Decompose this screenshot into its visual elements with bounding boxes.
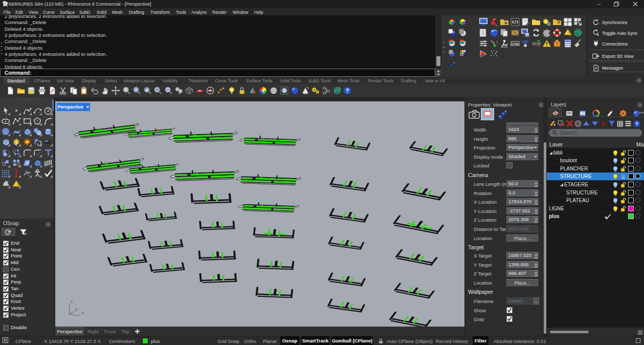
svg-text:?: ? (635, 121, 638, 126)
svg-text:z: z (71, 299, 73, 304)
svg-text:y: y (75, 307, 78, 312)
svg-text:2: 2 (582, 112, 584, 115)
svg-text:x: x (81, 310, 84, 315)
svg-text:?: ? (346, 88, 349, 94)
svg-text:HTML: HTML (511, 42, 520, 45)
svg-text:URL: URL (522, 40, 529, 44)
